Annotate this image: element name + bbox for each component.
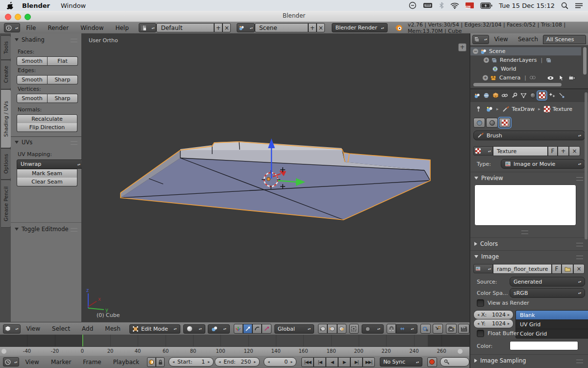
panel-colors-header[interactable]: Colors: [474, 240, 498, 247]
panel-grip[interactable]: [576, 256, 583, 259]
panel-toggle-editmode-header[interactable]: Toggle Editmode: [15, 226, 69, 233]
outliner-hscrollbar[interactable]: [473, 83, 562, 86]
tab-particles-icon[interactable]: [548, 91, 557, 100]
preview-resize-grip[interactable]: [521, 231, 528, 234]
breadcrumb-texdraw[interactable]: TexDraw: [512, 106, 535, 112]
menubar-clock[interactable]: Tue 15 Dec 15:12: [499, 2, 555, 9]
keying-set-field[interactable]: [440, 357, 469, 367]
tab-object-icon[interactable]: [491, 91, 500, 100]
editor-type-selector-timeline[interactable]: ▴▾: [3, 357, 19, 367]
breadcrumb-brush-icon[interactable]: [502, 106, 510, 112]
tab-options[interactable]: Options: [1, 148, 11, 180]
visibility-eye-icon[interactable]: [547, 76, 554, 80]
image-width-field[interactable]: ◂X: 1024▸: [473, 310, 514, 319]
spotlight-search-icon[interactable]: [561, 2, 568, 9]
generated-color-swatch[interactable]: [510, 341, 578, 350]
panel-grip[interactable]: [576, 243, 583, 246]
auto-keyframe-button[interactable]: [147, 357, 156, 367]
tab-modifiers-icon[interactable]: [510, 91, 518, 100]
wifi-icon[interactable]: [450, 2, 459, 9]
panel-preview-header[interactable]: Preview: [474, 175, 503, 182]
material-texture-toggle[interactable]: [486, 118, 498, 128]
expand-icon[interactable]: +: [483, 75, 488, 80]
snap-peel-object-button[interactable]: [420, 324, 431, 334]
screen-layout-name[interactable]: Default: [156, 23, 214, 32]
generated-type-uv-grid[interactable]: UV Grid: [515, 319, 588, 329]
delete-layout-button[interactable]: ×: [222, 23, 231, 32]
recalculate-normals-button[interactable]: Recalculate: [17, 114, 77, 124]
edges-smooth-button[interactable]: Smooth: [17, 75, 48, 84]
flip-direction-button[interactable]: Flip Direction: [17, 123, 77, 132]
ruler-scroll-cap-left[interactable]: [1, 349, 6, 354]
proportional-edit-dropdown[interactable]: ▴▾: [362, 324, 384, 334]
battery-icon[interactable]: [480, 2, 492, 9]
panel-image-header[interactable]: Image: [474, 253, 499, 260]
world-texture-toggle[interactable]: [473, 118, 485, 128]
transform-orientation-dropdown[interactable]: Global▴▾: [274, 324, 314, 334]
texture-user-dropdown[interactable]: Brush▴▾: [473, 131, 585, 140]
outliner-row-scene[interactable]: − Scene: [470, 47, 581, 55]
outliner-menu-view[interactable]: View: [489, 36, 513, 43]
mode-dropdown[interactable]: Edit Mode▴▾: [129, 324, 180, 334]
float-buffer-checkbox[interactable]: [477, 330, 484, 337]
panel-grip[interactable]: [576, 360, 583, 363]
lock-button[interactable]: [156, 357, 165, 367]
bluetooth-icon[interactable]: [439, 2, 444, 9]
ruler-scroll-cap-right[interactable]: [458, 349, 463, 354]
image-source-dropdown[interactable]: Generated▴▾: [510, 277, 585, 287]
vertices-smooth-button[interactable]: Smooth: [17, 94, 48, 103]
outliner-filter-dropdown[interactable]: All Scenes: [543, 35, 586, 44]
manipulator-rotate-button[interactable]: [252, 324, 262, 334]
face-select-mode-button[interactable]: [337, 324, 346, 334]
panel-grip[interactable]: [576, 177, 583, 181]
tab-tools[interactable]: Tools: [1, 35, 11, 60]
menu-help[interactable]: Help: [109, 25, 134, 31]
record-button[interactable]: [427, 357, 437, 367]
tab-data-icon[interactable]: [519, 91, 528, 100]
texture-name-field[interactable]: Texture: [493, 146, 548, 156]
menu-window[interactable]: Window: [74, 25, 109, 31]
apple-icon[interactable]: [7, 2, 13, 9]
image-browse-button[interactable]: ▴▾: [473, 264, 493, 273]
tab-shading-uvs[interactable]: Shading / UVs: [1, 89, 11, 148]
limit-selection-visible-button[interactable]: [349, 324, 359, 334]
mark-seam-button[interactable]: Mark Seam: [17, 169, 77, 178]
delete-scene-button[interactable]: ×: [317, 23, 325, 32]
uv-mapping-dropdown[interactable]: Unwrap▴▾: [17, 159, 84, 169]
tab-world-icon[interactable]: [482, 91, 490, 100]
manipulator-translate-button[interactable]: [243, 324, 252, 334]
render-opengl-button[interactable]: [446, 324, 457, 334]
focus-mode-icon[interactable]: [409, 1, 416, 9]
pin-icon[interactable]: [475, 105, 482, 112]
tab-constraints-icon[interactable]: [500, 91, 509, 100]
sync-dropdown[interactable]: No Sync▴▾: [380, 357, 422, 367]
breadcrumb-texture-icon[interactable]: [544, 106, 550, 112]
timeline-playhead[interactable]: [82, 335, 83, 346]
clear-seam-button[interactable]: Clear Seam: [17, 178, 77, 186]
keyboard-icon[interactable]: [423, 2, 433, 9]
image-name-field[interactable]: ramp_floor_texture: [493, 264, 552, 274]
image-fake-user-button[interactable]: F: [552, 264, 562, 274]
outliner-row-world[interactable]: World: [470, 65, 581, 73]
menu-list-icon[interactable]: [575, 2, 583, 9]
manipulator-toggle-button[interactable]: [234, 324, 243, 334]
view-as-render-checkbox[interactable]: [477, 299, 484, 307]
unlink-image-button[interactable]: ×: [573, 264, 585, 274]
menu-file[interactable]: File: [20, 25, 42, 31]
snap-element-dropdown[interactable]: ▴▾: [396, 324, 417, 334]
image-height-field[interactable]: ◂Y: 1024▸: [473, 319, 514, 328]
jump-to-start-button[interactable]: |◀◀: [301, 357, 314, 367]
menubar-window-menu[interactable]: Window: [61, 2, 86, 9]
play-reverse-button[interactable]: ◀: [326, 357, 338, 367]
panel-grip[interactable]: [71, 228, 77, 232]
input-source-flag-icon[interactable]: PRO: [466, 2, 474, 8]
outliner-row-camera[interactable]: + Camera |: [470, 74, 581, 82]
selectable-cursor-icon[interactable]: [559, 75, 564, 81]
outliner-vscrollbar[interactable]: [583, 47, 587, 75]
tab-create[interactable]: Create: [1, 60, 11, 89]
timeline-ruler[interactable]: -40 -20 0 20 40 60 80 100 120 140 160 18…: [0, 346, 469, 357]
renderlayer-badge-icon[interactable]: [545, 57, 552, 63]
timeline-band[interactable]: [0, 335, 469, 346]
brush-texture-toggle[interactable]: [499, 118, 511, 128]
panel-grip[interactable]: [71, 39, 77, 42]
